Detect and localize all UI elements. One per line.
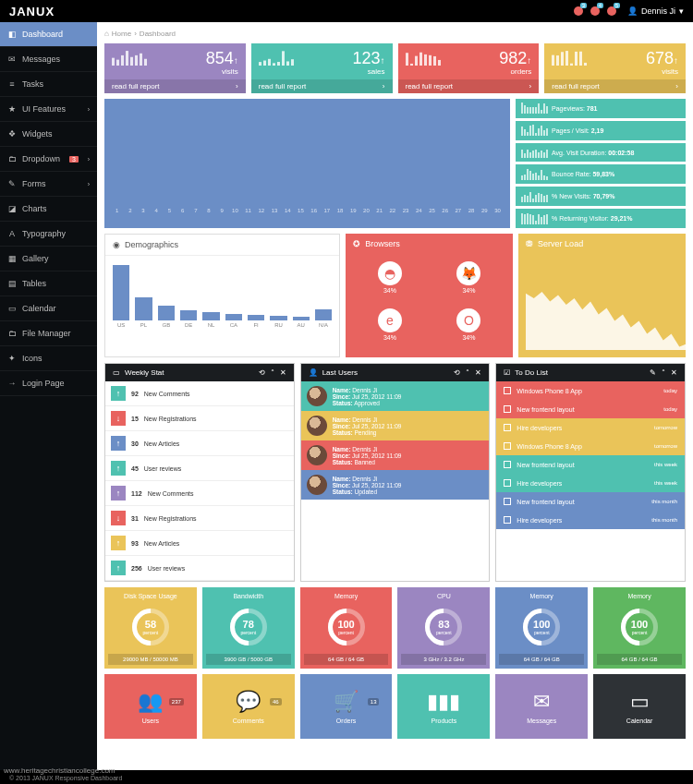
tile-products[interactable]: ▮▮▮Products — [397, 674, 490, 739]
user-row[interactable]: Name: Dennis JiSince: Jul 25, 2012 11:09… — [301, 381, 490, 411]
edit-icon[interactable]: ✎ — [650, 368, 656, 377]
list-item[interactable]: ↓15 New Registrations — [105, 406, 294, 431]
sidebar-item-typography[interactable]: ATypography — [0, 222, 97, 247]
demo-bar: PL — [135, 297, 152, 328]
sidebar-item-dropdown[interactable]: 🗀Dropdown3› — [0, 147, 97, 172]
stat-card[interactable]: 854↑visitsread full report› — [104, 43, 246, 93]
list-item[interactable]: ↑93 New Articles — [105, 531, 294, 556]
arrow-up-icon: ↑ — [381, 55, 385, 66]
sidebar-icon: ❖ — [7, 129, 17, 139]
user-row[interactable]: Name: Dennis JiSince: Jul 25, 2012 11:09… — [301, 440, 490, 470]
tile-messages[interactable]: ✉Messages — [495, 674, 588, 739]
browser-pct: 34% — [383, 334, 396, 341]
sidebar-item-gallery[interactable]: ▦Gallery — [0, 247, 97, 271]
sidebar-label: Dashboard — [22, 30, 63, 39]
server-icon: ⛃ — [526, 239, 533, 248]
stat-link[interactable]: read full report› — [104, 79, 246, 93]
todo-item[interactable]: New frontend layouttoday — [496, 400, 685, 418]
checkbox[interactable] — [504, 405, 511, 413]
checkbox[interactable] — [504, 479, 511, 487]
checkbox[interactable] — [504, 461, 511, 468]
svg-rect-4 — [130, 57, 133, 66]
sidebar-item-ui-features[interactable]: ★UI Features› — [0, 97, 97, 122]
refresh-icon[interactable]: ⟲ — [454, 368, 460, 377]
tile-calendar[interactable]: ▭Calendar — [593, 674, 686, 739]
checkbox[interactable] — [504, 424, 511, 431]
user-name: Dennis Ji — [641, 6, 675, 16]
serverload-panel: ⛃Server Load — [518, 234, 686, 357]
browser-pct: 34% — [383, 287, 396, 294]
checkbox[interactable] — [504, 516, 511, 524]
sidebar-item-tables[interactable]: ▤Tables — [0, 271, 97, 296]
gauge-title: Memory — [334, 593, 358, 599]
stat-link[interactable]: read full report› — [398, 79, 540, 93]
stat-link[interactable]: read full report› — [251, 79, 393, 93]
todo-item[interactable]: Hire developersthis month — [496, 511, 685, 529]
user-row[interactable]: Name: Dennis JiSince: Jul 25, 2012 11:09… — [301, 411, 490, 440]
notif-icon[interactable]: 4 — [590, 6, 600, 16]
sidebar-label: File Manager — [22, 329, 71, 338]
sidebar-item-calendar[interactable]: ▭Calendar — [0, 296, 97, 321]
svg-rect-31 — [584, 63, 587, 66]
metric-row: Pages / Visit: 2,19 — [516, 121, 686, 140]
tile-orders[interactable]: 🛒Orders13 — [300, 674, 393, 739]
list-item[interactable]: ↑30 New Articles — [105, 431, 294, 456]
sidebar-item-login-page[interactable]: →Login Page — [0, 371, 97, 396]
todo-item[interactable]: New frontend layoutthis month — [496, 492, 685, 511]
notif-icon[interactable]: 3 — [574, 6, 583, 16]
close-icon[interactable]: ✕ — [475, 368, 481, 377]
stat-card[interactable]: 123↑salesread full report› — [251, 43, 393, 93]
checkbox[interactable] — [504, 498, 511, 505]
sidebar-item-widgets[interactable]: ❖Widgets — [0, 122, 97, 147]
sidebar-item-icons[interactable]: ✦Icons — [0, 346, 97, 371]
todo-item[interactable]: New frontend layoutthis week — [496, 455, 685, 474]
notif-icon[interactable]: 5 — [607, 6, 616, 16]
tile-comments[interactable]: 💬Comments46 — [202, 674, 295, 739]
tile-users[interactable]: 👥Users237 — [104, 674, 197, 739]
user-menu[interactable]: 👤 Dennis Ji ▾ — [627, 6, 684, 16]
sidebar-item-file-manager[interactable]: 🗀File Manager — [0, 321, 97, 346]
list-item[interactable]: ↑45 User reviews — [105, 456, 294, 481]
stat-link[interactable]: read full report› — [544, 79, 686, 93]
list-item[interactable]: ↑92 New Comments — [105, 381, 294, 406]
sidebar-item-forms[interactable]: ✎Forms› — [0, 172, 97, 197]
arrow-up-icon: ↑ — [527, 55, 531, 66]
sidebar-item-tasks[interactable]: ≡Tasks — [0, 72, 97, 97]
todo-item[interactable]: Windows Phone 8 Apptoday — [496, 381, 685, 400]
arrow-icon: ↑ — [111, 561, 126, 575]
todo-item[interactable]: Windows Phone 8 Apptomorrow — [496, 437, 685, 455]
tile-badge: 46 — [270, 698, 282, 706]
main-chart: 1234567891011121314151617181920212223242… — [104, 99, 510, 228]
stat-card[interactable]: 678↑visitsread full report› — [544, 43, 686, 93]
list-item[interactable]: ↑256 User reviews — [105, 556, 294, 581]
sidebar-item-dashboard[interactable]: ◧Dashboard — [0, 22, 97, 47]
sidebar-item-charts[interactable]: ◪Charts — [0, 197, 97, 222]
last-users-widget: 👤Last Users⟲˄✕ Name: Dennis JiSince: Jul… — [300, 363, 491, 582]
close-icon[interactable]: ✕ — [671, 368, 677, 377]
close-icon[interactable]: ✕ — [280, 368, 286, 377]
chevron-up-icon[interactable]: ˄ — [271, 368, 274, 377]
svg-rect-22 — [433, 56, 436, 66]
todo-item[interactable]: Hire developersthis week — [496, 474, 685, 492]
refresh-icon[interactable]: ⟲ — [259, 368, 265, 377]
chevron-up-icon[interactable]: ˄ — [466, 368, 469, 377]
user-row[interactable]: Name: Dennis JiSince: Jul 25, 2012 11:09… — [301, 470, 490, 500]
list-item[interactable]: ↑112 New Comments — [105, 481, 294, 506]
todo-item[interactable]: Hire developerstomorrow — [496, 418, 685, 437]
metric-row: % New Visits: 70,79% — [516, 187, 686, 206]
tile-label: Users — [142, 718, 159, 724]
svg-rect-23 — [438, 60, 441, 66]
sidebar-item-messages[interactable]: ✉Messages — [0, 47, 97, 72]
stat-card[interactable]: 982↑ordersread full report› — [398, 43, 540, 93]
list-item[interactable]: ↓31 New Registrations — [105, 506, 294, 531]
chevron-right-icon: › — [529, 82, 532, 90]
breadcrumb-home[interactable]: Home — [112, 30, 131, 38]
svg-rect-16 — [406, 53, 408, 66]
gauge-ring: 100percent — [328, 609, 365, 645]
chevron-up-icon[interactable]: ˄ — [662, 368, 665, 377]
checkbox[interactable] — [504, 442, 511, 450]
checkbox[interactable] — [504, 387, 511, 394]
svg-rect-12 — [277, 62, 280, 66]
stat-label: orders — [511, 67, 532, 76]
gauge-card: CPU83percent3 GHz / 3.2 GHz — [397, 587, 490, 669]
